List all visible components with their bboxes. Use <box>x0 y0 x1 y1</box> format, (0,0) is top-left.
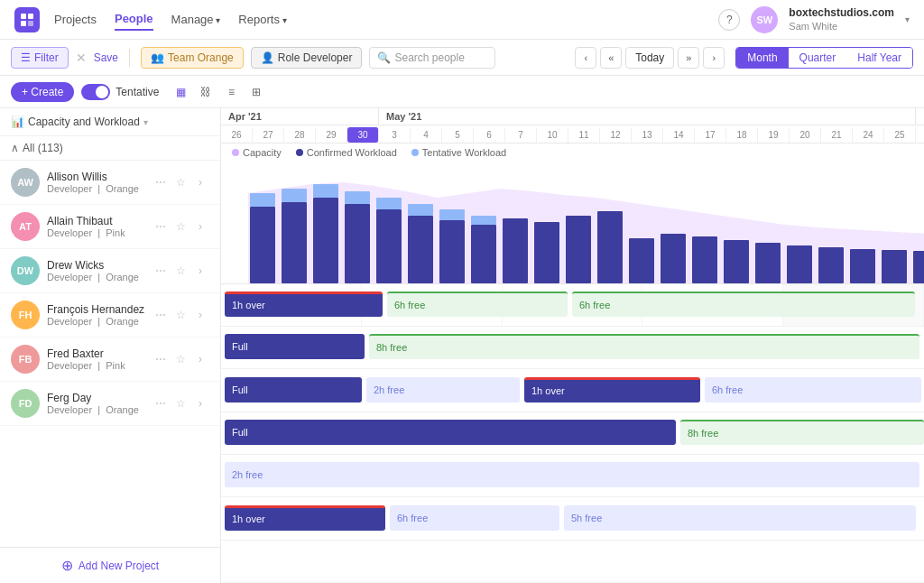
month-labels-row: Apr '21 May '21 <box>221 108 924 125</box>
person-row: FH François Hernandez Developer | Orange… <box>0 293 220 338</box>
person-info-ferg: Ferg Day Developer | Orange <box>47 392 152 415</box>
chevron-right-icon[interactable]: › <box>191 350 209 368</box>
date-cell-3: 3 <box>379 127 411 143</box>
avatar-francois: FH <box>11 301 40 329</box>
date-cell-5: 5 <box>442 127 474 143</box>
more-icon[interactable]: ⋯ <box>152 350 170 368</box>
person-name: Fred Baxter <box>47 347 152 360</box>
bar-full-drew[interactable]: Full <box>225 377 362 403</box>
chevron-right-icon[interactable]: › <box>191 394 209 412</box>
halfyear-view-btn[interactable]: Half Year <box>846 48 912 68</box>
gantt-bars-allison: 1h over 6h free 6h free <box>225 292 920 319</box>
person-name: Ferg Day <box>47 392 152 404</box>
capacity-chart: 60h 40h 20h 0h <box>248 166 924 283</box>
bar-overload-drew[interactable]: 1h over <box>524 377 700 403</box>
person-meta: Developer | Orange <box>47 272 152 282</box>
star-icon[interactable]: ☆ <box>171 173 189 191</box>
date-cell-25: 25 <box>884 127 916 143</box>
chevron-right-icon[interactable]: › <box>191 217 209 236</box>
today-button[interactable]: Today <box>625 47 674 69</box>
more-icon[interactable]: ⋯ <box>152 306 170 324</box>
date-cell-29: 29 <box>316 127 347 143</box>
bar-free-fred[interactable]: 2h free <box>225 462 919 487</box>
bar-free-ferg-2[interactable]: 5h free <box>564 505 916 531</box>
more-icon[interactable]: ⋯ <box>152 217 170 236</box>
bar-free-francois[interactable]: 8h free <box>680 420 924 445</box>
help-button[interactable]: ? <box>718 9 740 31</box>
app-logo[interactable] <box>14 7 40 32</box>
more-icon[interactable]: ⋯ <box>152 173 170 191</box>
grid-view-icon[interactable]: ⊞ <box>245 81 267 103</box>
more-icon[interactable]: ⋯ <box>152 394 170 412</box>
bar-free2-drew[interactable]: 6h free <box>705 377 921 403</box>
svg-rect-21 <box>787 245 812 283</box>
person-row: DW Drew Wicks Developer | Orange ⋯ ☆ › <box>0 249 220 293</box>
next-arrow[interactable]: › <box>703 47 725 69</box>
legend-confirmed: Confirmed Workload <box>296 147 397 158</box>
role-filter-button[interactable]: 👤 Role Developer <box>251 47 363 69</box>
chevron-right-icon[interactable]: › <box>191 306 209 324</box>
person-actions: ⋯ ☆ › <box>152 350 209 368</box>
user-menu-chevron[interactable]: ▾ <box>905 14 910 24</box>
team-filter-button[interactable]: 👥 Team Orange <box>141 47 244 69</box>
right-timeline: Apr '21 May '21 26 27 28 29 30 3 4 5 6 7… <box>221 108 924 583</box>
save-label[interactable]: Save <box>94 51 118 64</box>
more-icon[interactable]: ⋯ <box>152 262 170 280</box>
bar-free-ferg-1[interactable]: 6h free <box>390 505 559 531</box>
tentative-switch[interactable] <box>81 84 110 100</box>
chart-title-button[interactable]: 📊 Capacity and Workload ▾ <box>11 116 148 128</box>
person-info-allison: Allison Willis Developer | Orange <box>47 171 152 194</box>
svg-rect-20 <box>755 243 781 283</box>
prev-prev-arrow[interactable]: « <box>600 47 622 69</box>
link-view-icon[interactable]: ⛓ <box>195 81 217 103</box>
star-icon[interactable]: ☆ <box>171 217 189 236</box>
bar-overload-ferg[interactable]: 1h over <box>225 505 385 531</box>
next-next-arrow[interactable]: » <box>678 47 699 69</box>
bar-free-allison-1[interactable]: 6h free <box>387 292 568 317</box>
user-name: Sam White <box>789 20 894 32</box>
star-icon[interactable]: ☆ <box>171 306 189 324</box>
legend-capacity: Capacity <box>232 147 282 158</box>
person-name: Drew Wicks <box>47 259 152 272</box>
filter-close-icon[interactable]: ✕ <box>76 51 87 65</box>
quarter-view-btn[interactable]: Quarter <box>789 48 847 68</box>
svg-rect-9 <box>408 216 433 283</box>
avatar-allison: AW <box>11 168 40 197</box>
month-view-btn[interactable]: Month <box>736 48 788 68</box>
bar-chart-view-icon[interactable]: ▦ <box>170 81 191 103</box>
chevron-right-icon[interactable]: › <box>191 173 209 191</box>
star-icon[interactable]: ☆ <box>171 262 189 280</box>
filter-button[interactable]: ☰ Filter <box>11 47 69 69</box>
star-icon[interactable]: ☆ <box>171 350 189 368</box>
bar-free-allain[interactable]: 8h free <box>369 334 919 359</box>
bar-full-francois[interactable]: Full <box>225 420 676 445</box>
nav-reports[interactable]: Reports <box>238 9 286 30</box>
svg-rect-19 <box>724 240 749 283</box>
svg-rect-11 <box>471 225 496 283</box>
view-icon-group: ▦ ⛓ ≡ ⊞ <box>170 81 267 103</box>
date-cell-27: 27 <box>253 127 284 143</box>
prev-arrow[interactable]: ‹ <box>575 47 596 69</box>
add-project-button[interactable]: ⊕ Add New Project <box>0 547 220 583</box>
chevron-right-icon[interactable]: › <box>191 262 209 280</box>
svg-rect-4 <box>250 207 275 283</box>
nav-manage[interactable]: Manage <box>171 9 221 30</box>
bar-full-allain[interactable]: Full <box>225 334 365 359</box>
nav-projects[interactable]: Projects <box>54 9 97 30</box>
svg-rect-30 <box>376 198 402 209</box>
svg-rect-28 <box>313 184 338 198</box>
gantt-row-empty <box>221 541 924 583</box>
nav-people[interactable]: People <box>115 8 153 31</box>
gantt-bars-ferg: 1h over 6h free 5h free <box>225 505 920 532</box>
bar-overload-allison[interactable]: 1h over <box>225 292 383 317</box>
search-field[interactable]: 🔍 Search people <box>369 47 495 69</box>
chart-area: Capacity Confirmed Workload Tentative Wo… <box>221 142 924 284</box>
gantt-row-ferg: 1h over 6h free 5h free <box>221 497 924 540</box>
bar-free-allison-2[interactable]: 6h free <box>572 292 915 317</box>
toolbar-1: ☰ Filter ✕ Save 👥 Team Orange 👤 Role Dev… <box>0 40 924 76</box>
legend-tentative: Tentative Workload <box>411 147 506 158</box>
star-icon[interactable]: ☆ <box>171 394 189 412</box>
bar-free-drew[interactable]: 2h free <box>366 377 520 403</box>
create-button[interactable]: + Create <box>11 82 74 102</box>
list-view-icon[interactable]: ≡ <box>220 81 242 103</box>
